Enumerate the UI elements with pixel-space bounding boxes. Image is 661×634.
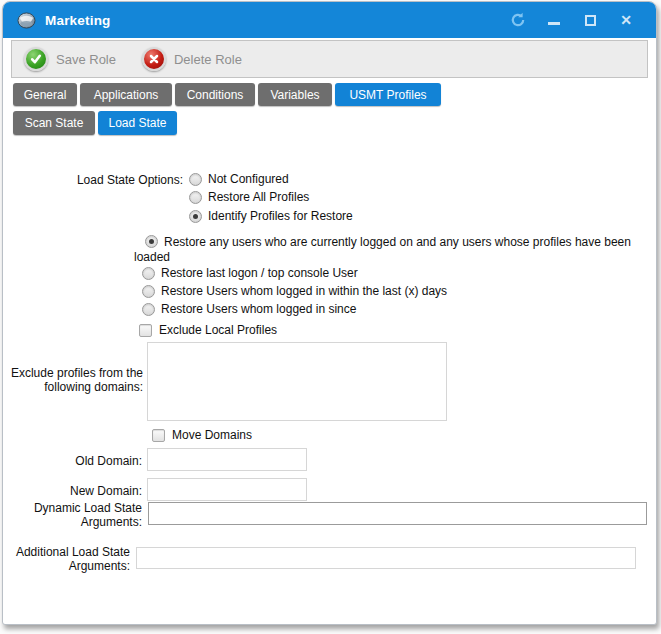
radio-restore-all-profiles[interactable]: Restore All Profiles	[189, 189, 309, 205]
new-domain-label: New Domain:	[3, 484, 142, 498]
additional-load-state-arguments-input[interactable]	[136, 547, 636, 569]
tab-scan-state[interactable]: Scan State	[13, 111, 95, 135]
close-icon[interactable]: ✕	[618, 12, 634, 28]
tab-general[interactable]: General	[13, 83, 77, 106]
tab-load-state[interactable]: Load State	[98, 111, 177, 135]
marketing-role-window: Marketing ✕ Save Role Delete Role	[2, 1, 657, 625]
radio-restore-last-x-days[interactable]: Restore Users whom logged in within the …	[142, 283, 447, 299]
delete-role-button[interactable]: Delete Role	[142, 47, 242, 71]
radio-not-configured[interactable]: Not Configured	[189, 171, 289, 187]
radio-icon	[142, 285, 155, 298]
toolbar: Save Role Delete Role	[11, 40, 648, 78]
delete-x-icon	[142, 47, 166, 71]
dynamic-load-state-arguments-input[interactable]	[148, 502, 647, 525]
role-app-icon	[17, 12, 36, 29]
exclude-domains-textarea[interactable]	[147, 342, 447, 421]
radio-icon	[142, 267, 155, 280]
radio-icon	[189, 210, 202, 223]
old-domain-label: Old Domain:	[3, 454, 142, 468]
tab-conditions[interactable]: Conditions	[175, 83, 255, 106]
checkbox-icon	[139, 324, 152, 337]
checkbox-icon	[152, 429, 165, 442]
radio-icon	[189, 173, 202, 186]
maximize-icon[interactable]	[582, 12, 598, 28]
load-state-options-label: Load State Options:	[3, 173, 183, 187]
radio-icon	[145, 235, 158, 248]
minimize-icon[interactable]	[546, 12, 562, 28]
tab-applications[interactable]: Applications	[80, 83, 172, 106]
exclude-domains-label: Exclude profiles from the following doma…	[3, 366, 143, 394]
window-title: Marketing	[45, 13, 111, 28]
refresh-icon[interactable]	[510, 12, 526, 28]
save-role-label: Save Role	[56, 52, 116, 67]
window-controls: ✕	[510, 12, 642, 28]
new-domain-input[interactable]	[147, 478, 307, 501]
radio-identify-profiles[interactable]: Identify Profiles for Restore	[189, 208, 353, 224]
radio-restore-logged-on-users[interactable]: Restore any users who are currently logg…	[134, 235, 661, 265]
delete-role-label: Delete Role	[174, 52, 242, 67]
tab-variables[interactable]: Variables	[258, 83, 332, 106]
title-bar: Marketing ✕	[3, 2, 656, 38]
move-domains-checkbox[interactable]: Move Domains	[152, 427, 252, 443]
additional-load-state-arguments-label: Additional Load State Arguments:	[3, 545, 130, 573]
old-domain-input[interactable]	[147, 448, 307, 471]
radio-restore-since[interactable]: Restore Users whom logged in since	[142, 301, 356, 317]
save-check-icon	[24, 47, 48, 71]
exclude-local-profiles-checkbox[interactable]: Exclude Local Profiles	[139, 322, 277, 338]
radio-icon	[189, 191, 202, 204]
dynamic-load-state-arguments-label: Dynamic Load State Arguments:	[3, 501, 142, 529]
save-role-button[interactable]: Save Role	[24, 47, 116, 71]
radio-icon	[142, 303, 155, 316]
radio-restore-last-logon[interactable]: Restore last logon / top console User	[142, 265, 358, 281]
tab-usmt-profiles[interactable]: USMT Profiles	[335, 83, 441, 106]
